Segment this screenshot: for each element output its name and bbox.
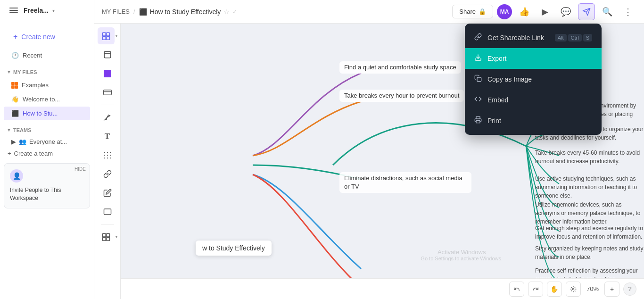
expand-icon: ▶ <box>11 138 16 145</box>
svg-rect-28 <box>476 120 480 123</box>
sidebar-item-welcome[interactable]: 👋 Welcome to... <box>4 92 90 106</box>
comment-button[interactable]: 💬 <box>557 3 574 20</box>
status-check-icon: ✓ <box>232 8 237 15</box>
create-new-label: Create new <box>21 33 55 41</box>
zoom-in-button[interactable]: + <box>604 282 619 297</box>
invite-banner-text[interactable]: Invite People to This Workspace <box>10 186 84 202</box>
share-label: Share <box>459 8 476 15</box>
embed-icon <box>474 95 482 105</box>
copy-icon <box>474 75 482 84</box>
share-button[interactable]: Share 🔒 <box>452 5 493 18</box>
frame-tool-button[interactable] <box>98 27 115 44</box>
export-item[interactable]: Export <box>465 48 602 69</box>
frame-rect-tool-button[interactable] <box>99 203 116 220</box>
invite-banner-hide[interactable]: HIDE <box>74 166 86 172</box>
alt-key: Alt <box>555 34 567 42</box>
topbar: MY FILES / ⬛ How to Study Effectively ☆ … <box>94 0 644 24</box>
teams-toggle-icon: ▾ <box>8 127 10 133</box>
embed-label: Embed <box>487 96 592 104</box>
svg-rect-9 <box>103 90 111 95</box>
breadcrumb-separator: / <box>133 8 135 15</box>
breadcrumb: MY FILES / ⬛ How to Study Effectively ☆ … <box>102 8 237 16</box>
welcome-label: Welcome to... <box>23 96 60 103</box>
reset-view-button[interactable] <box>566 282 581 297</box>
sidebar-item-how-to-study[interactable]: ⬛ How to Stu... <box>4 107 90 120</box>
bottom-bar: ✋ 70% + ? <box>121 278 644 299</box>
svg-point-19 <box>109 158 110 158</box>
frame-tool-group[interactable]: ▾ <box>98 27 117 44</box>
my-files-label: MY FILES <box>13 69 37 75</box>
shortcut-keys: Alt Ctrl S <box>555 34 592 42</box>
svg-point-13 <box>109 152 110 153</box>
hamburger-menu[interactable] <box>8 6 20 15</box>
create-team-item[interactable]: + Create a team <box>0 148 94 159</box>
avatar[interactable]: MA <box>497 4 512 19</box>
more-button[interactable]: ⋮ <box>619 3 636 20</box>
sticky-tool-button[interactable] <box>99 65 116 82</box>
svg-point-17 <box>104 158 105 158</box>
left-toolbar: ▾ T <box>94 24 121 299</box>
examples-label: Examples <box>22 82 49 89</box>
sidebar-item-examples[interactable]: Examples <box>4 78 90 92</box>
pen-tool-button[interactable] <box>99 184 116 201</box>
link-tool-button[interactable] <box>99 166 116 183</box>
how-to-study-label: How to Stu... <box>23 110 58 117</box>
svg-rect-4 <box>102 37 106 40</box>
my-files-breadcrumb[interactable]: MY FILES <box>102 8 130 15</box>
doc-icon: ⬛ <box>139 8 147 16</box>
svg-rect-8 <box>104 70 111 77</box>
text-tool-button[interactable]: T <box>99 128 116 145</box>
breadcrumb-current: ⬛ How to Study Effectively ☆ ✓ <box>139 8 238 16</box>
svg-rect-5 <box>106 37 109 40</box>
sidebar-header: Freela... ▾ <box>0 0 94 21</box>
how-to-study-icon: ⬛ <box>11 110 19 117</box>
export-icon <box>474 54 482 63</box>
svg-rect-27 <box>477 77 481 82</box>
plus-icon: + <box>13 33 17 41</box>
sidebar-item-recent[interactable]: 🕐 Recent <box>4 49 90 62</box>
everyone-label: Everyone at... <box>29 138 67 145</box>
present-button[interactable]: ▶ <box>537 3 553 20</box>
examples-icon <box>11 82 18 89</box>
zoom-level: 70% <box>585 285 601 292</box>
frame-tool-caret: ▾ <box>116 34 117 38</box>
svg-rect-3 <box>106 33 109 36</box>
svg-point-25 <box>572 288 574 290</box>
link-icon <box>474 33 482 42</box>
card-tool-button[interactable] <box>99 84 116 101</box>
like-button[interactable]: 👍 <box>516 3 533 20</box>
svg-rect-21 <box>102 233 106 237</box>
copy-as-image-label: Copy as Image <box>487 75 592 83</box>
more-tool-group[interactable]: ▾ <box>98 228 117 245</box>
undo-button[interactable] <box>509 282 524 297</box>
export-label: Export <box>487 55 592 62</box>
s-key: S <box>583 34 592 42</box>
more-tools-button[interactable] <box>98 228 115 245</box>
send-button[interactable] <box>578 3 595 20</box>
help-button[interactable]: ? <box>623 282 636 296</box>
sidebar-item-everyone[interactable]: ▶ 👥 Everyone at... <box>0 136 94 148</box>
copy-as-image-item[interactable]: Copy as Image <box>465 69 602 90</box>
grid-tool-button[interactable] <box>99 147 116 164</box>
note-tool-button[interactable] <box>99 46 116 63</box>
teams-section: ▾ TEAMS <box>0 124 94 136</box>
svg-point-12 <box>107 152 107 153</box>
embed-item[interactable]: Embed <box>465 90 602 110</box>
arrow-tool-button[interactable] <box>99 109 116 126</box>
star-icon[interactable]: ☆ <box>223 8 230 16</box>
svg-rect-24 <box>106 238 109 241</box>
create-new-button[interactable]: + Create new <box>6 29 88 45</box>
svg-point-11 <box>104 152 105 153</box>
get-shareable-link-item[interactable]: Get Shareable Link Alt Ctrl S <box>465 27 602 48</box>
toolbar-divider-1 <box>101 105 114 105</box>
search-button[interactable]: 🔍 <box>599 3 616 20</box>
topbar-right: Share 🔒 MA 👍 ▶ 💬 🔍 ⋮ <box>452 3 636 20</box>
redo-button[interactable] <box>528 282 543 297</box>
invite-banner: HIDE 👤 Invite People to This Workspace <box>4 163 90 208</box>
main-area: MY FILES / ⬛ How to Study Effectively ☆ … <box>94 0 644 299</box>
hand-tool-button[interactable]: ✋ <box>547 282 562 297</box>
print-item[interactable]: Print <box>465 110 602 131</box>
workspace-caret: ▾ <box>52 8 55 13</box>
svg-point-16 <box>109 155 110 156</box>
invite-icon: 👤 <box>10 169 23 183</box>
